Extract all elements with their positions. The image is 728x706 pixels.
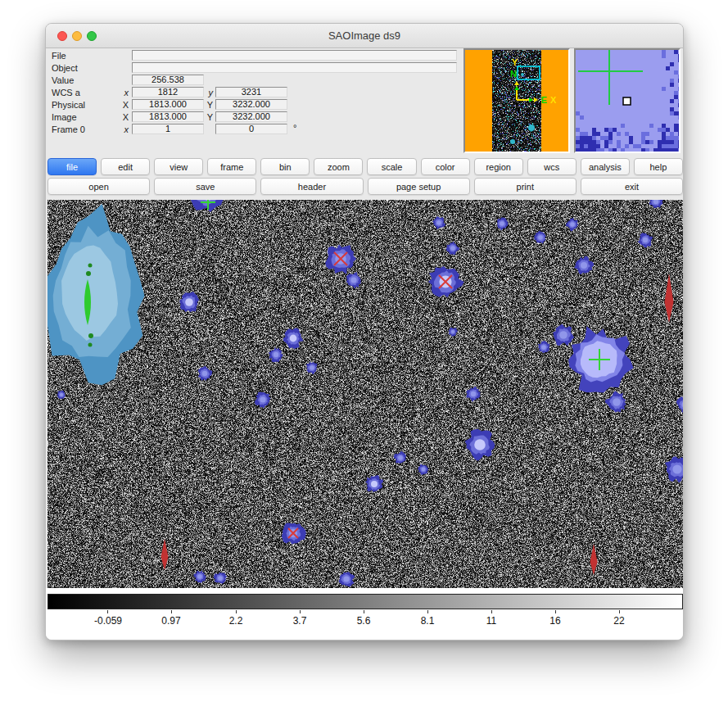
colorbar-tick	[427, 610, 428, 613]
physical-label: Physical	[52, 100, 85, 110]
magnifier[interactable]	[574, 48, 681, 153]
file-action-bar: open save header page setup print exit	[47, 178, 683, 196]
wcs-label: WCS a	[52, 88, 80, 97]
colorbar[interactable]	[47, 594, 683, 609]
colorbar-label: 0.97	[161, 615, 180, 627]
colorbar-label: 11	[486, 615, 496, 627]
menu-scale[interactable]: scale	[367, 158, 416, 175]
value-field[interactable]: 256.538	[132, 75, 204, 85]
window-title: SAOImage ds9	[46, 24, 683, 48]
colorbar-tick	[171, 610, 172, 613]
colorbar-label: 16	[549, 615, 560, 627]
image-y-field[interactable]: 3232.000	[215, 111, 287, 122]
panner-canvas[interactable]	[465, 50, 568, 152]
colorbar-label: 8.1	[421, 615, 435, 627]
colorbar-tick	[107, 610, 108, 613]
colorbar-tick	[555, 610, 556, 613]
physical-y-field[interactable]: 3232.000	[215, 99, 287, 110]
colorbar-label: 5.6	[357, 615, 371, 627]
image-x-field[interactable]: 1813.000	[132, 111, 204, 122]
colorbar-label: 2.2	[229, 615, 243, 627]
print-button[interactable]: print	[474, 178, 577, 195]
image-x-label: X	[119, 112, 129, 122]
frame-x-label: x	[119, 124, 129, 134]
exit-button[interactable]: exit	[581, 178, 683, 195]
wcs-y-label: y	[203, 88, 213, 97]
menu-region[interactable]: region	[474, 158, 523, 175]
menu-view[interactable]: view	[154, 158, 203, 175]
physical-x-field[interactable]: 1813.000	[132, 99, 204, 110]
degree-symbol: °	[293, 123, 296, 133]
magnifier-canvas[interactable]	[576, 50, 679, 152]
menu-bar: file edit view frame bin zoom scale colo…	[47, 158, 683, 176]
title-bar[interactable]: SAOImage ds9	[46, 24, 683, 48]
menu-color[interactable]: color	[421, 158, 470, 175]
menu-analysis[interactable]: analysis	[581, 158, 630, 175]
object-label: Object	[52, 63, 78, 73]
menu-frame[interactable]: frame	[207, 158, 256, 175]
colorbar-label: 3.7	[293, 615, 307, 627]
wcs-x-label: x	[119, 88, 129, 97]
menu-wcs[interactable]: wcs	[527, 158, 577, 175]
colorbar-tick	[236, 610, 237, 613]
wcs-x-field[interactable]: 1812	[132, 87, 204, 97]
save-button[interactable]: save	[154, 178, 256, 195]
value-label: Value	[52, 75, 74, 85]
panner[interactable]	[463, 48, 570, 153]
object-field[interactable]	[132, 62, 457, 73]
frame-rotation-field[interactable]: 0	[215, 124, 287, 134]
ds9-window: SAOImage ds9 File Object Value 256.538 W…	[45, 23, 684, 640]
colorbar-tick	[364, 610, 364, 613]
menu-edit[interactable]: edit	[101, 158, 150, 175]
colorbar-tick	[491, 610, 492, 613]
file-field[interactable]	[132, 50, 457, 61]
wcs-y-field[interactable]: 3231	[215, 87, 287, 97]
colorbar-label: 22	[613, 615, 624, 627]
page-setup-button[interactable]: page setup	[368, 178, 470, 195]
physical-x-label: X	[119, 100, 129, 110]
image-label: Image	[52, 112, 77, 122]
file-label: File	[52, 51, 66, 61]
physical-y-label: Y	[203, 100, 213, 110]
menu-bin[interactable]: bin	[260, 158, 310, 175]
colorbar-label: -0.059	[94, 615, 122, 627]
header-button[interactable]: header	[260, 178, 363, 195]
open-button[interactable]: open	[47, 178, 150, 195]
colorbar-tick	[300, 610, 301, 613]
menu-zoom[interactable]: zoom	[314, 158, 363, 175]
image-y-label: Y	[203, 112, 213, 122]
frame-zoom-field[interactable]: 1	[132, 124, 204, 134]
image-frame[interactable]	[47, 200, 683, 588]
menu-file[interactable]: file	[47, 158, 97, 175]
menu-help[interactable]: help	[634, 158, 683, 175]
main-image-canvas[interactable]	[47, 200, 683, 588]
colorbar-tick	[619, 610, 620, 613]
frame-label: Frame 0	[52, 124, 85, 134]
